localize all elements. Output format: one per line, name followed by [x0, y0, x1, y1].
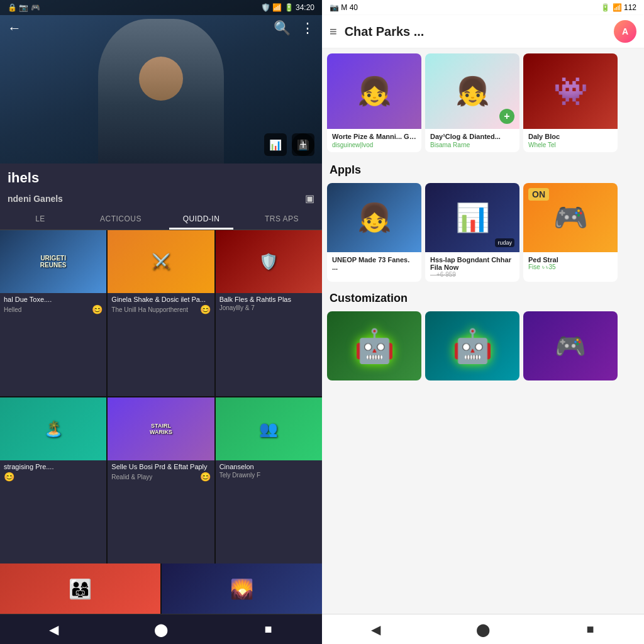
- left-status-bar: 🔒 📷 🎮 🛡️ 📶 🔋 34:20: [0, 0, 322, 15]
- app-card-2[interactable]: 🎮 ON Ped Stral Fise ৳ ৳35: [523, 183, 618, 282]
- customize-card-2[interactable]: 🎮: [523, 311, 618, 380]
- top-right-icons: 🔍 ⋮: [274, 20, 314, 36]
- featured-img-1: 👧 +: [425, 53, 519, 129]
- app-title-1: Hss-lap Bogndant Chhar Fila Now: [430, 256, 514, 271]
- game-card-1[interactable]: ⚔️ Ginela Shake & Dosic ilet Pa... The U…: [108, 230, 214, 396]
- right-status-left: 📷 M 40: [330, 3, 358, 12]
- app-price-strike: —+6·959: [430, 271, 514, 278]
- app-img-2: 🎮 ON: [523, 183, 618, 252]
- game-info-5: Cinanselon Tely Drawnly F: [216, 460, 322, 482]
- nav-home-button[interactable]: ⬤: [142, 617, 180, 642]
- right-panel: 📷 M 40 🔋 📶 112 ≡ Chat Parks ... A 👧 Wort…: [322, 0, 644, 644]
- bottom-cards-row: 👨‍👩‍👧 🌄: [0, 564, 322, 614]
- game-info-1: Ginela Shake & Dosic ilet Pa... The Unil…: [108, 293, 214, 318]
- game-img-5: 👥: [216, 397, 322, 460]
- featured-title-2: Daly Bloc: [528, 133, 613, 140]
- customize-card-1[interactable]: 🤖: [425, 311, 519, 380]
- game-sub-3: 😊: [4, 472, 103, 482]
- featured-title-1: Day¹Clog & Dianted...: [430, 133, 514, 140]
- app-info-0: UNEOP Made 73 Fanes. ...: [327, 252, 421, 275]
- avatar[interactable]: A: [614, 20, 636, 43]
- bottom-card-1[interactable]: 🌄: [162, 564, 322, 614]
- featured-img-2: 👾: [523, 53, 618, 129]
- game-title-4: Selle Us Bosi Prd & Eftat Paply: [111, 463, 210, 470]
- right-app-title: Chat Parks ...: [345, 25, 606, 39]
- game-info-3: stragising Pre.... 😊: [0, 460, 106, 486]
- game-info-0: hal Due Toxe.... Helled 😊: [0, 293, 106, 318]
- add-button[interactable]: +: [292, 133, 314, 156]
- app-card-0[interactable]: 👧 UNEOP Made 73 Fanes. ...: [327, 183, 421, 282]
- game-card-5[interactable]: 👥 Cinanselon Tely Drawnly F: [216, 397, 322, 564]
- left-status-icons: 🔒 📷 🎮: [8, 3, 40, 12]
- app-price-2: Fise ৳ ৳35: [528, 264, 613, 271]
- app-title-2: Ped Stral: [528, 256, 613, 264]
- app-img-0: 👧: [327, 183, 421, 252]
- stats-icon[interactable]: 📊: [264, 133, 287, 156]
- game-img-3: 🏝️: [0, 397, 106, 460]
- apps-section-header: Appls: [322, 157, 644, 179]
- bottom-spacer: [322, 384, 644, 397]
- game-title-5: Cinanselon: [219, 463, 318, 470]
- right-scroll-content[interactable]: 👧 Worte Pize & Manni... Game... disguine…: [322, 48, 644, 614]
- tab-le[interactable]: LE: [0, 208, 80, 230]
- search-icon[interactable]: 🔍: [274, 20, 291, 36]
- app-img-1: 📊 ruday: [425, 183, 519, 252]
- game-card-4[interactable]: STAIRLWARIKS Selle Us Bosi Prd & Eftat P…: [108, 397, 214, 564]
- featured-sub-0: disguinew|lvod: [332, 142, 416, 148]
- tab-trs-aps[interactable]: TRS APS: [242, 208, 322, 230]
- featured-info-2: Daly Bloc Whele Tel: [523, 129, 618, 152]
- nav-recent-button[interactable]: ■: [250, 617, 287, 642]
- featured-info-1: Day¹Clog & Dianted... Bisama Rarne: [425, 129, 519, 152]
- featured-title-0: Worte Pize & Manni... Game...: [332, 133, 416, 140]
- game-info-2: Balk Fles & Rahtls Plas Jonayllly & 7: [216, 293, 322, 315]
- game-card-3[interactable]: 🏝️ stragising Pre.... 😊: [0, 397, 106, 564]
- right-nav-recent[interactable]: ■: [572, 617, 609, 642]
- bottom-card-0[interactable]: 👨‍👩‍👧: [0, 564, 160, 614]
- featured-card-1[interactable]: 👧 + Day¹Clog & Dianted... Bisama Rarne: [425, 53, 519, 152]
- featured-card-2[interactable]: 👾 Daly Bloc Whele Tel: [523, 53, 618, 152]
- game-title-2: Balk Fles & Rahtls Plas: [219, 296, 318, 303]
- tabs-row: LE ACTICOUS Quidd-In TRS APS: [0, 208, 322, 230]
- game-info-4: Selle Us Bosi Prd & Eftat Paply Realid &…: [108, 460, 214, 486]
- featured-card-0[interactable]: 👧 Worte Pize & Manni... Game... disguine…: [327, 53, 421, 152]
- right-nav-back[interactable]: ◀: [357, 617, 394, 642]
- featured-img-0: 👧: [327, 53, 421, 129]
- right-nav-home[interactable]: ⬤: [464, 617, 502, 642]
- customize-row: 🤖 🤖 🎮: [322, 308, 644, 384]
- app-card-1[interactable]: 📊 ruday Hss-lap Bogndant Chhar Fila Now …: [425, 183, 519, 282]
- game-sub-5: Tely Drawnly F: [219, 472, 318, 479]
- left-hero: ← 🔍 ⋮ 📊 💾 +: [0, 0, 322, 164]
- left-top-bar: ← 🔍 ⋮: [0, 15, 322, 42]
- game-card-2[interactable]: 🛡️ Balk Fles & Rahtls Plas Jonayllly & 7: [216, 230, 322, 396]
- game-card-0[interactable]: URIGETIREUNES hal Due Toxe.... Helled 😊: [0, 230, 106, 396]
- customize-section-header: Customization: [322, 286, 644, 308]
- nav-back-button[interactable]: ◀: [35, 617, 72, 642]
- back-button[interactable]: ←: [8, 20, 21, 36]
- plus-badge: +: [499, 109, 514, 124]
- apps-row: 👧 UNEOP Made 73 Fanes. ... 📊 ruday Hss-l…: [322, 179, 644, 286]
- app-title-0: UNEOP Made 73 Fanes. ...: [332, 256, 416, 271]
- right-status-bar: 📷 M 40 🔋 📶 112: [322, 0, 644, 15]
- today-badge: ruday: [495, 238, 514, 247]
- page-title: ihels: [8, 170, 314, 186]
- featured-info-0: Worte Pize & Manni... Game... disguinew|…: [327, 129, 421, 152]
- featured-sub-1: Bisama Rarne: [430, 142, 514, 148]
- tab-acticous[interactable]: ACTICOUS: [80, 208, 161, 230]
- game-img-4: STAIRLWARIKS: [108, 397, 214, 460]
- on-badge: ON: [528, 188, 549, 201]
- game-img-2: 🛡️: [216, 230, 322, 293]
- hamburger-icon[interactable]: ≡: [330, 25, 337, 39]
- game-title-3: stragising Pre....: [4, 463, 103, 470]
- game-img-1: ⚔️: [108, 230, 214, 293]
- game-title-0: hal Due Toxe....: [4, 296, 103, 303]
- tab-quidd-in[interactable]: Quidd-In: [161, 208, 242, 230]
- right-nav-bar: ◀ ⬤ ■: [322, 614, 644, 644]
- app-info-2: Ped Stral Fise ৳ ৳35: [523, 252, 618, 275]
- left-subtitle-bar: ndeni Ganels ▣: [0, 189, 322, 208]
- subtitle-label: ndeni Ganels: [8, 194, 63, 204]
- customize-card-0[interactable]: 🤖: [327, 311, 421, 380]
- left-nav-bar: ◀ ⬤ ■: [0, 614, 322, 644]
- right-top-bar: ≡ Chat Parks ... A: [322, 15, 644, 48]
- game-sub-4: Realid & Playy 😊: [111, 472, 210, 482]
- more-options-icon[interactable]: ⋮: [301, 20, 314, 36]
